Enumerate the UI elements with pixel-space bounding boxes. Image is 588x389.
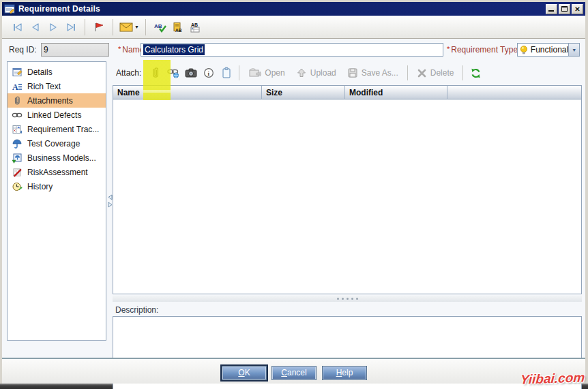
close-icon: ✕ [574,5,580,13]
business-models-icon [12,153,23,164]
attach-system-info-button[interactable]: i [200,65,218,81]
footer: OK Cancel Help [2,359,585,384]
next-record-button[interactable] [44,18,62,36]
thesaurus-button[interactable]: AB [168,18,186,36]
sidebar-item-label: RiskAssessment [27,168,88,177]
requirement-type-select[interactable]: Functional ▼ [517,43,580,57]
required-asterisk: * [447,45,450,53]
splitter-dot [337,298,339,300]
toolbar-separator [145,19,146,35]
splitter-dot [351,298,353,300]
sidebar-item-rich-text[interactable]: A Rich Text [8,79,106,93]
open-icon [248,67,261,78]
name-input[interactable]: Calculators Grid [141,43,443,57]
column-header-size[interactable]: Size [262,86,345,99]
window-icon [4,4,16,14]
toolbar-separator [407,65,408,80]
svg-text:AB: AB [191,22,198,27]
svg-text:AB: AB [154,23,162,29]
last-record-button[interactable] [62,18,80,36]
fields-row: Req ID: 9 *Name: Calculators Grid *Requi… [2,40,585,60]
test-coverage-icon [12,138,23,149]
last-record-icon [64,22,78,33]
save-icon [347,67,358,78]
attach-snapshot-button[interactable] [182,65,200,81]
details-icon [12,67,23,78]
follow-up-flag-button[interactable] [90,18,108,36]
chevron-down-icon: ▼ [572,48,576,52]
mail-icon [119,22,133,32]
cancel-button[interactable]: Cancel [271,366,317,380]
sidebar-splitter[interactable] [107,192,113,210]
mail-dropdown-caret-icon: ▼ [134,25,139,29]
toolbar-separator [85,19,85,35]
attachments-table-header: Name Size Modified [113,86,581,99]
open-attachment-button[interactable]: Open [243,65,290,81]
attach-url-button[interactable] [164,65,182,81]
required-asterisk: * [118,45,121,53]
previous-record-icon [29,22,42,33]
sidebar-item-linked-defects[interactable]: Linked Defects [8,108,106,122]
toolbar-separator [462,65,463,80]
collapse-left-icon [108,194,113,200]
clipboard-icon [221,67,232,79]
spelling-options-icon: AB [189,22,201,33]
sidebar-item-risk-assessment[interactable]: RiskAssessment [8,165,106,179]
sidebar-item-attachments[interactable]: Attachments [8,93,106,108]
req-id-field[interactable]: 9 [41,43,109,57]
column-header-name[interactable]: Name [113,86,262,99]
attach-clipboard-button[interactable] [218,65,235,81]
delete-label: Delete [430,68,454,78]
sidebar-item-test-coverage[interactable]: Test Coverage [8,136,106,151]
sidebar-item-label: Rich Text [27,82,61,91]
save-as-attachment-button[interactable]: Save As... [342,65,404,81]
refresh-button[interactable] [467,65,484,81]
send-mail-button[interactable]: ▼ [118,18,141,36]
requirement-type-value: Functional [531,45,568,55]
sidebar-item-label: Test Coverage [27,139,80,149]
delete-x-icon [417,68,427,78]
attachments-icon [12,95,23,106]
camera-icon [184,67,198,78]
save-as-label: Save As... [362,68,398,78]
open-label: Open [265,68,284,78]
description-splitter[interactable] [113,296,582,302]
sidebar-item-label: Requirement Trac... [27,125,99,134]
refresh-icon [470,67,482,79]
requirement-type-dropdown-button[interactable]: ▼ [568,44,579,56]
upload-attachment-button[interactable]: Upload [291,65,342,81]
attach-file-button[interactable] [147,65,164,81]
record-toolbar: ▼ AB AB AB [2,16,585,39]
spell-check-button[interactable]: AB [151,18,168,36]
sidebar-item-label: Linked Defects [27,110,81,120]
linked-defects-icon [12,110,23,121]
attachments-list-area[interactable] [113,99,581,294]
maximize-button[interactable] [559,4,570,14]
sidebar: Details A Rich Text Attachments Linked D… [7,61,106,341]
sidebar-item-history[interactable]: History [8,179,106,193]
minimize-button[interactable] [546,4,557,14]
attachments-panel: Attach: i [113,61,582,341]
req-id-value: 9 [44,45,48,55]
spelling-options-button[interactable]: AB [186,18,204,36]
sidebar-item-details[interactable]: Details [8,65,106,79]
sidebar-item-label: Attachments [27,96,73,106]
svg-text:A: A [12,82,18,91]
sidebar-item-business-models[interactable]: Business Models... [8,151,106,165]
first-record-button[interactable] [9,18,27,36]
column-header-modified[interactable]: Modified [345,86,447,99]
window-title: Requirement Details [18,4,100,14]
previous-record-button[interactable] [27,18,44,36]
upload-icon [296,67,307,78]
delete-attachment-button[interactable]: Delete [411,65,460,81]
help-button[interactable]: Help [322,366,367,380]
thesaurus-icon: AB [171,22,183,33]
expand-right-icon [108,202,113,208]
upload-label: Upload [310,68,336,78]
ok-button[interactable]: OK [222,366,267,380]
maximize-icon [561,6,568,12]
close-button[interactable]: ✕ [572,4,583,14]
column-header-empty[interactable] [447,86,581,99]
toolbar-separator [239,65,239,80]
sidebar-item-requirement-traceability[interactable]: Requirement Trac... [8,122,106,136]
